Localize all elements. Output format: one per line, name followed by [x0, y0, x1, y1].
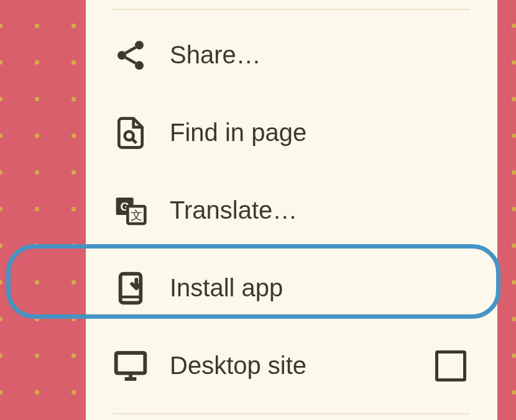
menu-item-share[interactable]: Share…	[86, 16, 497, 94]
svg-point-0	[135, 40, 144, 49]
svg-rect-13	[116, 353, 145, 373]
svg-point-1	[117, 51, 126, 60]
menu-item-translate[interactable]: G 文 Translate…	[86, 171, 497, 249]
browser-menu-panel: Share… Find in page G 文 Translate…	[86, 0, 497, 420]
svg-point-2	[135, 61, 144, 70]
menu-item-label: Find in page	[170, 119, 497, 147]
menu-divider-top	[113, 9, 470, 10]
menu-item-install-app[interactable]: Install app	[86, 249, 497, 327]
desktop-icon	[113, 349, 148, 383]
find-in-page-icon	[113, 116, 148, 150]
svg-line-4	[126, 57, 136, 63]
menu-item-desktop-site[interactable]: Desktop site	[86, 327, 497, 404]
menu-item-label: Install app	[170, 274, 497, 302]
menu-item-label: Share…	[170, 41, 497, 69]
share-icon	[113, 38, 148, 73]
svg-line-3	[126, 47, 136, 53]
svg-line-6	[133, 139, 137, 143]
svg-point-5	[125, 131, 134, 140]
translate-icon: G 文	[113, 193, 148, 228]
install-app-icon	[113, 271, 148, 306]
svg-text:文: 文	[131, 209, 142, 222]
menu-item-find-in-page[interactable]: Find in page	[86, 94, 497, 171]
menu-item-label: Translate…	[170, 196, 497, 224]
menu-divider-bottom	[113, 413, 470, 414]
menu-item-label: Desktop site	[170, 352, 435, 380]
desktop-site-checkbox[interactable]	[435, 350, 466, 381]
